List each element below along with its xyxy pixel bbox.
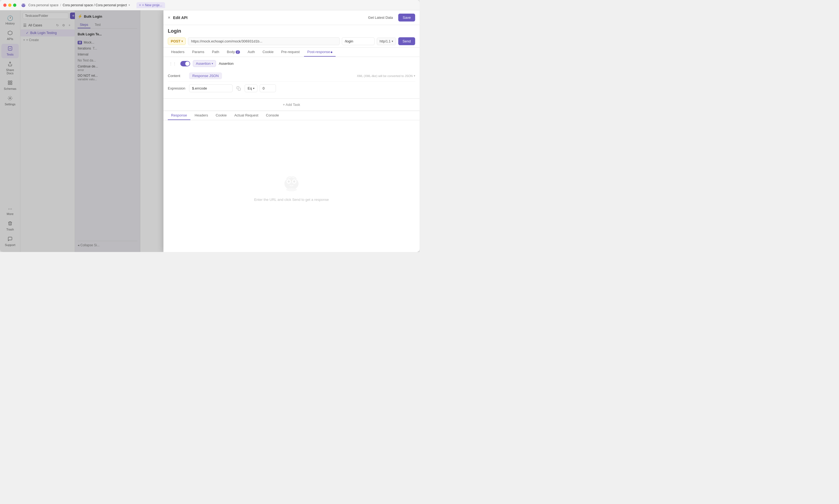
nav-tabs: Headers Params Path Body2 Auth Cookie Pr… <box>164 48 420 57</box>
save-button[interactable]: Save <box>398 14 415 21</box>
tab-post-response[interactable]: Post-response <box>304 48 336 57</box>
modal-close-button[interactable]: × <box>168 15 170 20</box>
xml-note-text: XML (XML-like) will be converted to JSON <box>357 74 413 77</box>
empty-state: Enter the URL and click Send to get a re… <box>164 120 420 252</box>
method-chevron-icon: ▾ <box>182 40 183 43</box>
traffic-lights <box>3 3 16 7</box>
chevron-down-icon: ▾ <box>414 74 415 77</box>
drag-handle[interactable]: ⋮⋮ <box>168 61 177 66</box>
content-label: Content <box>168 74 187 78</box>
tab-auth[interactable]: Auth <box>244 48 258 57</box>
assertion-type-label: Assertion <box>196 61 210 66</box>
edit-api-modal: × Edit API Get Latest Data Save Login PO… <box>164 10 420 252</box>
url-input[interactable] <box>188 37 339 45</box>
breadcrumb-project: Cora personal space / Cora personal proj… <box>63 3 127 7</box>
eq-value-input[interactable] <box>260 84 276 92</box>
svg-point-19 <box>286 188 297 191</box>
modal-header: × Edit API Get Latest Data Save <box>164 10 420 25</box>
tab-headers-bottom[interactable]: Headers <box>191 111 211 120</box>
assertion-section: ⋮⋮ Assertion ▾ Content Response JSON <box>164 57 420 98</box>
owl-empty-icon <box>280 170 302 193</box>
bottom-tabs: Response Headers Cookie Actual Request C… <box>164 111 420 120</box>
svg-point-0 <box>21 4 25 7</box>
method-select[interactable]: POST ▾ <box>168 38 186 45</box>
tab-actual-request[interactable]: Actual Request <box>231 111 261 120</box>
tab-cookie[interactable]: Cookie <box>259 48 277 57</box>
http-chevron-icon: ▾ <box>392 40 393 43</box>
svg-rect-13 <box>238 88 241 90</box>
empty-text: Enter the URL and click Send to get a re… <box>254 198 329 202</box>
url-bar: POST ▾ http/1.1 ▾ Send <box>164 35 420 48</box>
eq-label: Eq <box>247 86 252 90</box>
titlebar: Cora personal space / Cora personal spac… <box>0 0 420 10</box>
get-latest-button[interactable]: Get Latest Data <box>365 14 395 21</box>
method-label: POST <box>171 39 180 43</box>
tab-headers[interactable]: Headers <box>168 48 188 57</box>
svg-point-3 <box>22 5 23 5</box>
copy-icon[interactable] <box>235 85 242 92</box>
expression-label: Expression <box>168 86 187 90</box>
eq-chevron-icon: ▾ <box>253 87 254 90</box>
tab-cookie-bottom[interactable]: Cookie <box>212 111 230 120</box>
app-logo <box>21 2 26 8</box>
assertion-name-input[interactable] <box>219 61 415 66</box>
tab-params[interactable]: Params <box>189 48 208 57</box>
assertion-type-select[interactable]: Assertion ▾ <box>193 60 216 67</box>
svg-point-4 <box>24 5 24 5</box>
new-project-tab[interactable]: + + New proje... <box>136 2 165 8</box>
response-json-button[interactable]: Response JSON <box>189 72 222 79</box>
send-button[interactable]: Send <box>398 37 415 45</box>
path-input[interactable] <box>342 37 375 45</box>
modal-content: ⋮⋮ Assertion ▾ Content Response JSON <box>164 57 420 252</box>
http-version-select[interactable]: http/1.1 ▾ <box>377 38 396 45</box>
http-version-label: http/1.1 <box>380 39 391 43</box>
assertion-chevron-icon: ▾ <box>212 62 213 65</box>
tab-pre-request[interactable]: Pre-request <box>278 48 303 57</box>
content-row: Content Response JSON XML (XML-like) wil… <box>168 70 415 82</box>
minimize-button[interactable] <box>8 3 12 7</box>
modal-subtitle: Login <box>164 25 420 35</box>
modal-overlay: × Edit API Get Latest Data Save Login PO… <box>0 10 420 252</box>
tab-bar: + + New proje... <box>136 2 165 8</box>
assertion-header: ⋮⋮ Assertion ▾ <box>168 60 415 67</box>
assertion-toggle[interactable] <box>180 61 190 67</box>
eq-select[interactable]: Eq ▾ <box>245 84 257 92</box>
tab-path[interactable]: Path <box>209 48 223 57</box>
chevron-down-icon[interactable]: ▾ <box>129 3 130 6</box>
bottom-section: Response Headers Cookie Actual Request C… <box>164 111 420 252</box>
add-task-row: + Add Task <box>164 98 420 111</box>
expression-input[interactable] <box>189 84 233 92</box>
breadcrumb: Cora personal space / Cora personal spac… <box>28 3 130 7</box>
maximize-button[interactable] <box>13 3 16 7</box>
xml-note[interactable]: XML (XML-like) will be converted to JSON… <box>357 74 415 77</box>
breadcrumb-space: Cora personal space <box>28 3 58 7</box>
tab-response[interactable]: Response <box>168 111 190 120</box>
tab-body[interactable]: Body2 <box>224 48 243 57</box>
svg-point-14 <box>285 178 298 190</box>
tab-console[interactable]: Console <box>262 111 282 120</box>
expression-row: Expression Eq ▾ <box>168 82 415 95</box>
svg-point-18 <box>293 180 295 183</box>
modal-title: Edit API <box>173 16 187 20</box>
close-button[interactable] <box>3 3 6 7</box>
svg-point-17 <box>288 180 290 183</box>
add-task-button[interactable]: + Add Task <box>283 103 300 107</box>
